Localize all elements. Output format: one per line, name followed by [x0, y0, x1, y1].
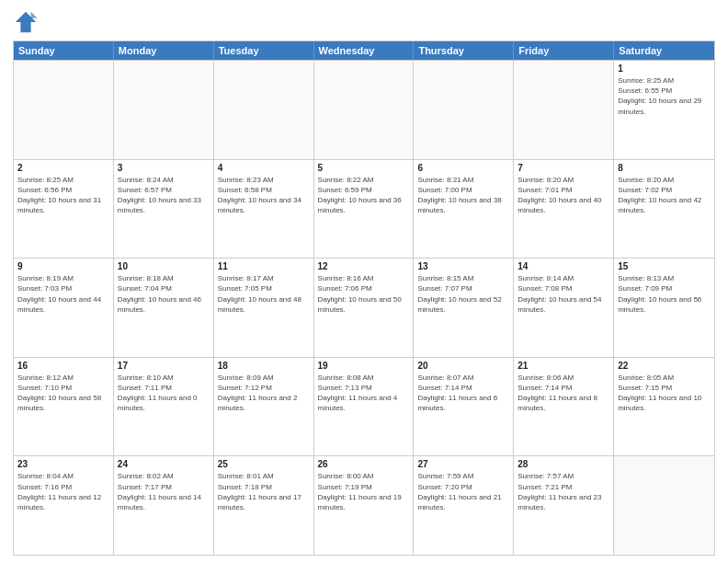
calendar-header: SundayMondayTuesdayWednesdayThursdayFrid…: [14, 41, 714, 60]
calendar-week-1: 1Sunrise: 8:25 AMSunset: 6:55 PMDaylight…: [14, 60, 714, 159]
calendar-day-15: 15Sunrise: 8:13 AMSunset: 7:09 PMDayligh…: [614, 259, 714, 357]
day-info: Sunrise: 8:20 AMSunset: 7:01 PMDaylight:…: [518, 175, 609, 216]
day-info: Sunrise: 7:59 AMSunset: 7:20 PMDaylight:…: [417, 471, 509, 512]
logo-icon: [13, 9, 39, 35]
calendar-body: 1Sunrise: 8:25 AMSunset: 6:55 PMDaylight…: [14, 60, 714, 555]
day-info: Sunrise: 8:16 AMSunset: 7:06 PMDaylight:…: [318, 273, 410, 315]
day-number: 17: [118, 361, 210, 371]
day-info: Sunrise: 7:57 AMSunset: 7:21 PMDaylight:…: [518, 471, 609, 512]
calendar-week-3: 9Sunrise: 8:19 AMSunset: 7:03 PMDaylight…: [14, 258, 714, 357]
logo: [13, 9, 42, 35]
day-number: 3: [118, 163, 210, 173]
day-number: 15: [618, 261, 711, 271]
calendar-day-20: 20Sunrise: 8:07 AMSunset: 7:14 PMDayligh…: [414, 358, 514, 456]
calendar-empty-cell: [214, 61, 314, 159]
calendar-empty-cell: [314, 61, 415, 159]
calendar-day-5: 5Sunrise: 8:22 AMSunset: 6:59 PMDaylight…: [314, 160, 415, 259]
calendar-day-24: 24Sunrise: 8:02 AMSunset: 7:17 PMDayligh…: [114, 456, 214, 555]
day-info: Sunrise: 8:06 AMSunset: 7:14 PMDaylight:…: [518, 373, 609, 414]
calendar-empty-cell: [114, 61, 214, 159]
calendar-day-10: 10Sunrise: 8:18 AMSunset: 7:04 PMDayligh…: [114, 259, 214, 357]
day-number: 27: [417, 459, 509, 469]
day-number: 19: [318, 361, 410, 371]
calendar-week-5: 23Sunrise: 8:04 AMSunset: 7:16 PMDayligh…: [14, 455, 714, 555]
day-number: 25: [218, 459, 310, 469]
day-info: Sunrise: 8:05 AMSunset: 7:15 PMDaylight:…: [618, 373, 711, 414]
day-number: 16: [17, 361, 109, 371]
calendar-empty-cell: [614, 456, 714, 555]
weekday-header-monday: Monday: [114, 41, 214, 60]
day-number: 20: [417, 361, 509, 371]
day-number: 5: [318, 163, 410, 173]
day-info: Sunrise: 8:02 AMSunset: 7:17 PMDaylight:…: [118, 471, 210, 512]
day-info: Sunrise: 8:15 AMSunset: 7:07 PMDaylight:…: [417, 273, 509, 315]
day-number: 9: [17, 261, 109, 271]
calendar-day-1: 1Sunrise: 8:25 AMSunset: 6:55 PMDaylight…: [614, 61, 714, 159]
svg-marker-1: [31, 12, 38, 18]
calendar-day-22: 22Sunrise: 8:05 AMSunset: 7:15 PMDayligh…: [614, 358, 714, 456]
calendar-day-2: 2Sunrise: 8:25 AMSunset: 6:56 PMDaylight…: [14, 160, 114, 259]
day-info: Sunrise: 8:22 AMSunset: 6:59 PMDaylight:…: [318, 175, 410, 216]
day-info: Sunrise: 8:25 AMSunset: 6:55 PMDaylight:…: [618, 75, 711, 117]
day-info: Sunrise: 8:23 AMSunset: 6:58 PMDaylight:…: [218, 175, 310, 216]
calendar-day-6: 6Sunrise: 8:21 AMSunset: 7:00 PMDaylight…: [414, 160, 514, 259]
calendar-day-18: 18Sunrise: 8:09 AMSunset: 7:12 PMDayligh…: [214, 358, 314, 456]
day-number: 23: [17, 459, 109, 469]
day-number: 18: [218, 361, 310, 371]
day-info: Sunrise: 8:00 AMSunset: 7:19 PMDaylight:…: [318, 471, 410, 512]
page: SundayMondayTuesdayWednesdayThursdayFrid…: [0, 0, 728, 563]
calendar-day-8: 8Sunrise: 8:20 AMSunset: 7:02 PMDaylight…: [614, 160, 714, 259]
weekday-header-sunday: Sunday: [14, 41, 114, 60]
calendar-day-13: 13Sunrise: 8:15 AMSunset: 7:07 PMDayligh…: [414, 259, 514, 357]
day-number: 12: [318, 261, 410, 271]
calendar-day-7: 7Sunrise: 8:20 AMSunset: 7:01 PMDaylight…: [514, 160, 614, 259]
calendar-day-21: 21Sunrise: 8:06 AMSunset: 7:14 PMDayligh…: [514, 358, 614, 456]
weekday-header-tuesday: Tuesday: [214, 41, 314, 60]
day-info: Sunrise: 8:18 AMSunset: 7:04 PMDaylight:…: [118, 273, 210, 315]
calendar-day-28: 28Sunrise: 7:57 AMSunset: 7:21 PMDayligh…: [514, 456, 614, 555]
day-number: 28: [518, 459, 609, 469]
calendar: SundayMondayTuesdayWednesdayThursdayFrid…: [13, 40, 715, 556]
calendar-day-12: 12Sunrise: 8:16 AMSunset: 7:06 PMDayligh…: [314, 259, 415, 357]
calendar-empty-cell: [414, 61, 514, 159]
day-info: Sunrise: 8:09 AMSunset: 7:12 PMDaylight:…: [218, 373, 310, 414]
weekday-header-thursday: Thursday: [414, 41, 514, 60]
calendar-day-9: 9Sunrise: 8:19 AMSunset: 7:03 PMDaylight…: [14, 259, 114, 357]
day-info: Sunrise: 8:10 AMSunset: 7:11 PMDaylight:…: [118, 373, 210, 414]
day-info: Sunrise: 8:20 AMSunset: 7:02 PMDaylight:…: [618, 175, 711, 216]
calendar-empty-cell: [514, 61, 614, 159]
day-info: Sunrise: 8:19 AMSunset: 7:03 PMDaylight:…: [17, 273, 109, 315]
day-number: 7: [518, 163, 609, 173]
header: [13, 9, 715, 35]
day-info: Sunrise: 8:08 AMSunset: 7:13 PMDaylight:…: [318, 373, 410, 414]
weekday-header-wednesday: Wednesday: [314, 41, 415, 60]
day-info: Sunrise: 8:04 AMSunset: 7:16 PMDaylight:…: [17, 471, 109, 512]
day-number: 10: [118, 261, 210, 271]
day-number: 21: [518, 361, 609, 371]
day-number: 11: [218, 261, 310, 271]
weekday-header-saturday: Saturday: [614, 41, 714, 60]
day-info: Sunrise: 8:17 AMSunset: 7:05 PMDaylight:…: [218, 273, 310, 315]
calendar-day-23: 23Sunrise: 8:04 AMSunset: 7:16 PMDayligh…: [14, 456, 114, 555]
calendar-empty-cell: [14, 61, 114, 159]
calendar-day-3: 3Sunrise: 8:24 AMSunset: 6:57 PMDaylight…: [114, 160, 214, 259]
calendar-day-19: 19Sunrise: 8:08 AMSunset: 7:13 PMDayligh…: [314, 358, 415, 456]
day-number: 22: [618, 361, 711, 371]
day-info: Sunrise: 8:25 AMSunset: 6:56 PMDaylight:…: [17, 175, 109, 216]
calendar-day-14: 14Sunrise: 8:14 AMSunset: 7:08 PMDayligh…: [514, 259, 614, 357]
day-number: 24: [118, 459, 210, 469]
day-number: 13: [417, 261, 509, 271]
day-number: 1: [618, 63, 711, 74]
calendar-week-2: 2Sunrise: 8:25 AMSunset: 6:56 PMDaylight…: [14, 159, 714, 259]
calendar-week-4: 16Sunrise: 8:12 AMSunset: 7:10 PMDayligh…: [14, 357, 714, 456]
calendar-day-11: 11Sunrise: 8:17 AMSunset: 7:05 PMDayligh…: [214, 259, 314, 357]
day-number: 6: [417, 163, 509, 173]
day-info: Sunrise: 8:13 AMSunset: 7:09 PMDaylight:…: [618, 273, 711, 315]
calendar-day-16: 16Sunrise: 8:12 AMSunset: 7:10 PMDayligh…: [14, 358, 114, 456]
day-info: Sunrise: 8:12 AMSunset: 7:10 PMDaylight:…: [17, 373, 109, 414]
day-number: 4: [218, 163, 310, 173]
day-info: Sunrise: 8:14 AMSunset: 7:08 PMDaylight:…: [518, 273, 609, 315]
calendar-day-27: 27Sunrise: 7:59 AMSunset: 7:20 PMDayligh…: [414, 456, 514, 555]
day-number: 2: [17, 163, 109, 173]
calendar-day-17: 17Sunrise: 8:10 AMSunset: 7:11 PMDayligh…: [114, 358, 214, 456]
